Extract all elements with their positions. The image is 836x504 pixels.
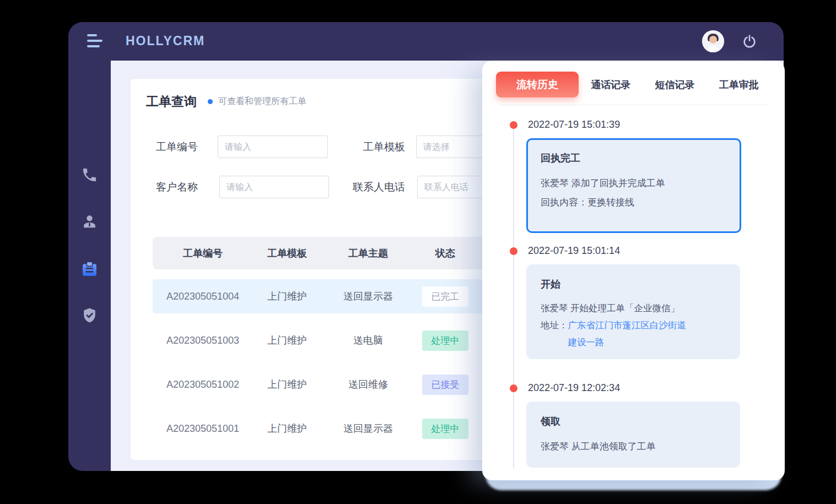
flow-history-timeline: 2022-07-19 15:01:39 回执完工 张爱琴 添加了回执并完成工单 … [482, 61, 785, 480]
timeline-timestamp: 2022-07-19 12:02:34 [528, 382, 620, 394]
status-badge: 已完工 [422, 286, 468, 307]
sidebar-item-security[interactable] [81, 307, 98, 324]
menu-icon[interactable] [87, 34, 104, 48]
cell-subject: 送回显示器 [321, 422, 415, 435]
timeline-card-title: 回执完工 [541, 151, 727, 165]
work-order-clipboard-icon [81, 261, 98, 278]
status-badge: 处理中 [422, 330, 468, 351]
cell-template: 上门维护 [253, 378, 321, 391]
history-panel: 流转历史 通话记录 短信记录 工单审批 2022-07-19 15:01:39 … [482, 61, 785, 480]
timeline-card-text: 张爱琴 从工单池领取了工单 [541, 437, 726, 456]
cell-order-id: A202305051002 [153, 379, 253, 391]
page-title: 工单查询 [146, 93, 197, 110]
status-badge: 处理中 [422, 419, 468, 439]
address-line: 广东省江门市蓬江区白沙街道 [568, 317, 687, 334]
cell-subject: 送回维修 [321, 378, 415, 391]
timeline-timestamp: 2022-07-19 15:01:39 [528, 119, 620, 131]
cell-template: 上门维护 [253, 334, 321, 347]
cell-subject: 送电脑 [321, 334, 415, 347]
filter-label-customer: 客户名称 [156, 176, 198, 198]
status-badge: 已接受 [422, 375, 468, 395]
app-logo: HOLLYCRM [126, 34, 205, 48]
timeline-dot-icon [510, 247, 517, 255]
avatar-image [702, 30, 724, 52]
page-subtitle: 可查看和管理所有工单 [218, 96, 306, 107]
timeline-card-title: 领取 [541, 415, 726, 428]
customer-name-input[interactable] [219, 176, 329, 198]
column-header-status: 状态 [415, 247, 476, 260]
timeline-card[interactable]: 开始 张爱琴 开始处理工单「企业微信」 地址： 广东省江门市蓬江区白沙街道 建设… [526, 264, 740, 359]
cell-status: 处理中 [415, 330, 476, 351]
timeline-card-title: 开始 [541, 278, 726, 291]
column-header-subject: 工单主题 [321, 247, 415, 260]
filter-label-template: 工单模板 [340, 136, 405, 158]
address-line: 建设一路 [568, 334, 687, 351]
timeline-card-text: 回执内容：更换转接线 [541, 193, 727, 212]
cell-status: 已接受 [415, 375, 476, 395]
security-shield-icon [81, 307, 98, 324]
contact-person-icon [81, 213, 98, 230]
sidebar-item-work-orders[interactable] [81, 261, 98, 278]
timeline-address-row: 地址： 广东省江门市蓬江区白沙街道 建设一路 [541, 317, 726, 351]
address-label: 地址： [541, 317, 568, 351]
column-header-order-id: 工单编号 [153, 247, 253, 260]
timeline-entry: 2022-07-19 15:01:39 回执完工 张爱琴 添加了回执并完成工单 … [482, 119, 785, 233]
timeline-dot-icon [510, 384, 517, 392]
column-header-template: 工单模板 [253, 247, 321, 260]
cell-template: 上门维护 [253, 422, 321, 435]
order-id-input[interactable] [218, 136, 328, 158]
sidebar-item-calls[interactable] [81, 166, 98, 183]
cell-template: 上门维护 [253, 290, 321, 303]
user-avatar[interactable] [702, 30, 724, 52]
filter-label-phone: 联系人电话 [329, 176, 405, 198]
cell-order-id: A202305051003 [153, 335, 253, 346]
timeline-dot-icon [510, 121, 517, 129]
cell-order-id: A202305051001 [153, 423, 253, 435]
cell-status: 处理中 [415, 419, 476, 439]
timeline-card-text: 张爱琴 添加了回执并完成工单 [541, 174, 727, 193]
timeline-card-text: 张爱琴 开始处理工单「企业微信」 [541, 300, 726, 317]
address-link[interactable]: 广东省江门市蓬江区白沙街道 建设一路 [568, 317, 687, 351]
top-bar: HOLLYCRM [68, 22, 784, 61]
blue-dot-icon [208, 99, 213, 104]
timeline-entry: 2022-07-19 15:01:14 开始 张爱琴 开始处理工单「企业微信」 … [482, 245, 785, 359]
timeline-entry: 2022-07-19 12:02:34 领取 张爱琴 从工单池领取了工单 [482, 382, 785, 468]
phone-icon [81, 166, 98, 183]
sidebar-item-contacts[interactable] [81, 213, 98, 230]
timeline-timestamp: 2022-07-19 15:01:14 [528, 245, 620, 257]
filter-label-order-id: 工单编号 [156, 136, 198, 158]
cell-subject: 送回显示器 [321, 290, 415, 303]
cell-status: 已完工 [415, 286, 476, 307]
page-header: 工单查询 可查看和管理所有工单 [146, 93, 306, 110]
timeline-card[interactable]: 领取 张爱琴 从工单池领取了工单 [526, 402, 740, 468]
logout-power-icon[interactable] [742, 34, 757, 49]
timeline-card-selected[interactable]: 回执完工 张爱琴 添加了回执并完成工单 回执内容：更换转接线 [526, 138, 741, 233]
cell-order-id: A202305051004 [153, 291, 253, 302]
